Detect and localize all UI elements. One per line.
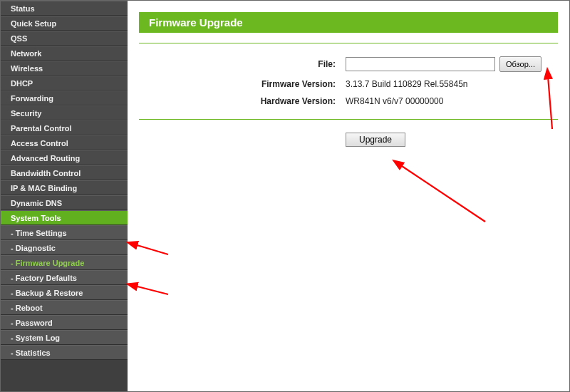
separator-bottom — [139, 119, 558, 120]
browse-button[interactable]: Обзор... — [499, 56, 542, 72]
file-input[interactable] — [346, 57, 495, 71]
upgrade-button[interactable]: Upgrade — [346, 133, 405, 147]
label-firmware-version: Firmware Version: — [139, 79, 346, 89]
label-hardware-version: Hardware Version: — [139, 96, 346, 106]
sidebar-item-firmware-upgrade[interactable]: - Firmware Upgrade — [1, 255, 128, 270]
sidebar-item-wireless[interactable]: Wireless — [1, 61, 128, 76]
sidebar-item-quick-setup[interactable]: Quick Setup — [1, 16, 128, 31]
sidebar-item-network[interactable]: Network — [1, 46, 128, 61]
separator-top — [139, 43, 558, 43]
main-panel: Firmware Upgrade File: Обзор... Firmware… — [128, 1, 569, 391]
sidebar-item-status[interactable]: Status — [1, 1, 128, 16]
sidebar-item-system-tools[interactable]: System Tools — [1, 210, 128, 225]
row-file: File: Обзор... — [139, 56, 558, 72]
value-firmware-version: 3.13.7 Build 110829 Rel.55845n — [346, 79, 558, 89]
sidebar-item-backup-restore[interactable]: - Backup & Restore — [1, 285, 128, 300]
app-frame: StatusQuick SetupQSSNetworkWirelessDHCPF… — [0, 0, 570, 392]
row-hardware-version: Hardware Version: WR841N v6/v7 00000000 — [139, 96, 558, 106]
sidebar-item-advanced-routing[interactable]: Advanced Routing — [1, 150, 128, 165]
sidebar-item-password[interactable]: - Password — [1, 315, 128, 330]
sidebar-item-bandwidth-control[interactable]: Bandwidth Control — [1, 165, 128, 180]
sidebar-item-dhcp[interactable]: DHCP — [1, 76, 128, 91]
sidebar-item-diagnostic[interactable]: - Diagnostic — [1, 240, 128, 255]
row-firmware-version: Firmware Version: 3.13.7 Build 110829 Re… — [139, 79, 558, 89]
sidebar-item-access-control[interactable]: Access Control — [1, 135, 128, 150]
page-title: Firmware Upgrade — [139, 12, 558, 33]
sidebar-item-reboot[interactable]: - Reboot — [1, 300, 128, 315]
sidebar-item-qss[interactable]: QSS — [1, 31, 128, 46]
value-hardware-version: WR841N v6/v7 00000000 — [346, 96, 558, 106]
sidebar-item-forwarding[interactable]: Forwarding — [1, 91, 128, 105]
sidebar-item-parental-control[interactable]: Parental Control — [1, 120, 128, 135]
sidebar-item-system-log[interactable]: - System Log — [1, 330, 128, 345]
sidebar-item-factory-defaults[interactable]: - Factory Defaults — [1, 270, 128, 285]
sidebar-item-statistics[interactable]: - Statistics — [1, 345, 128, 360]
label-file: File: — [139, 59, 346, 69]
sidebar-item-time-settings[interactable]: - Time Settings — [1, 225, 128, 240]
sidebar: StatusQuick SetupQSSNetworkWirelessDHCPF… — [1, 1, 128, 391]
sidebar-item-ip-mac-binding[interactable]: IP & MAC Binding — [1, 180, 128, 195]
sidebar-item-security[interactable]: Security — [1, 105, 128, 120]
sidebar-item-dynamic-dns[interactable]: Dynamic DNS — [1, 195, 128, 210]
